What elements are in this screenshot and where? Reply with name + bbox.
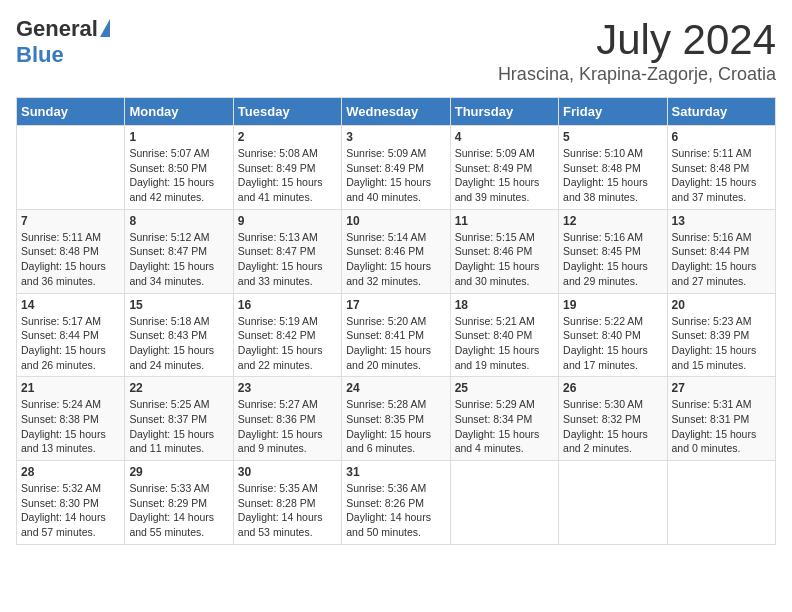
calendar-cell: 11Sunrise: 5:15 AM Sunset: 8:46 PM Dayli… xyxy=(450,209,558,293)
logo: General Blue xyxy=(16,16,110,68)
calendar-cell: 9Sunrise: 5:13 AM Sunset: 8:47 PM Daylig… xyxy=(233,209,341,293)
logo-blue-text: Blue xyxy=(16,42,64,68)
day-number: 30 xyxy=(238,465,337,479)
day-number: 29 xyxy=(129,465,228,479)
logo-triangle-icon xyxy=(100,19,110,37)
day-number: 11 xyxy=(455,214,554,228)
logo-general-text: General xyxy=(16,16,98,42)
day-number: 28 xyxy=(21,465,120,479)
calendar-cell: 17Sunrise: 5:20 AM Sunset: 8:41 PM Dayli… xyxy=(342,293,450,377)
day-info: Sunrise: 5:35 AM Sunset: 8:28 PM Dayligh… xyxy=(238,481,337,540)
calendar-cell: 7Sunrise: 5:11 AM Sunset: 8:48 PM Daylig… xyxy=(17,209,125,293)
day-info: Sunrise: 5:36 AM Sunset: 8:26 PM Dayligh… xyxy=(346,481,445,540)
calendar-cell: 6Sunrise: 5:11 AM Sunset: 8:48 PM Daylig… xyxy=(667,126,775,210)
day-of-week-header: Thursday xyxy=(450,98,558,126)
calendar-week-row: 28Sunrise: 5:32 AM Sunset: 8:30 PM Dayli… xyxy=(17,461,776,545)
day-info: Sunrise: 5:07 AM Sunset: 8:50 PM Dayligh… xyxy=(129,146,228,205)
calendar-cell xyxy=(450,461,558,545)
calendar-cell: 5Sunrise: 5:10 AM Sunset: 8:48 PM Daylig… xyxy=(559,126,667,210)
day-info: Sunrise: 5:14 AM Sunset: 8:46 PM Dayligh… xyxy=(346,230,445,289)
day-number: 18 xyxy=(455,298,554,312)
calendar-cell: 23Sunrise: 5:27 AM Sunset: 8:36 PM Dayli… xyxy=(233,377,341,461)
day-number: 8 xyxy=(129,214,228,228)
calendar-cell: 27Sunrise: 5:31 AM Sunset: 8:31 PM Dayli… xyxy=(667,377,775,461)
day-number: 24 xyxy=(346,381,445,395)
day-number: 14 xyxy=(21,298,120,312)
calendar-cell xyxy=(667,461,775,545)
day-info: Sunrise: 5:16 AM Sunset: 8:44 PM Dayligh… xyxy=(672,230,771,289)
title-block: July 2024 Hrascina, Krapina-Zagorje, Cro… xyxy=(498,16,776,85)
day-info: Sunrise: 5:15 AM Sunset: 8:46 PM Dayligh… xyxy=(455,230,554,289)
calendar-cell: 30Sunrise: 5:35 AM Sunset: 8:28 PM Dayli… xyxy=(233,461,341,545)
calendar-week-row: 7Sunrise: 5:11 AM Sunset: 8:48 PM Daylig… xyxy=(17,209,776,293)
day-number: 12 xyxy=(563,214,662,228)
calendar-cell: 12Sunrise: 5:16 AM Sunset: 8:45 PM Dayli… xyxy=(559,209,667,293)
day-info: Sunrise: 5:22 AM Sunset: 8:40 PM Dayligh… xyxy=(563,314,662,373)
day-number: 26 xyxy=(563,381,662,395)
day-number: 4 xyxy=(455,130,554,144)
day-info: Sunrise: 5:33 AM Sunset: 8:29 PM Dayligh… xyxy=(129,481,228,540)
day-info: Sunrise: 5:11 AM Sunset: 8:48 PM Dayligh… xyxy=(672,146,771,205)
day-info: Sunrise: 5:24 AM Sunset: 8:38 PM Dayligh… xyxy=(21,397,120,456)
day-info: Sunrise: 5:08 AM Sunset: 8:49 PM Dayligh… xyxy=(238,146,337,205)
day-info: Sunrise: 5:19 AM Sunset: 8:42 PM Dayligh… xyxy=(238,314,337,373)
day-info: Sunrise: 5:28 AM Sunset: 8:35 PM Dayligh… xyxy=(346,397,445,456)
day-info: Sunrise: 5:09 AM Sunset: 8:49 PM Dayligh… xyxy=(346,146,445,205)
day-number: 7 xyxy=(21,214,120,228)
day-number: 6 xyxy=(672,130,771,144)
day-info: Sunrise: 5:16 AM Sunset: 8:45 PM Dayligh… xyxy=(563,230,662,289)
calendar-cell: 10Sunrise: 5:14 AM Sunset: 8:46 PM Dayli… xyxy=(342,209,450,293)
day-info: Sunrise: 5:10 AM Sunset: 8:48 PM Dayligh… xyxy=(563,146,662,205)
day-info: Sunrise: 5:29 AM Sunset: 8:34 PM Dayligh… xyxy=(455,397,554,456)
calendar-cell: 25Sunrise: 5:29 AM Sunset: 8:34 PM Dayli… xyxy=(450,377,558,461)
day-info: Sunrise: 5:20 AM Sunset: 8:41 PM Dayligh… xyxy=(346,314,445,373)
day-number: 20 xyxy=(672,298,771,312)
page-header: General Blue July 2024 Hrascina, Krapina… xyxy=(16,16,776,85)
calendar-cell: 15Sunrise: 5:18 AM Sunset: 8:43 PM Dayli… xyxy=(125,293,233,377)
day-info: Sunrise: 5:18 AM Sunset: 8:43 PM Dayligh… xyxy=(129,314,228,373)
day-number: 16 xyxy=(238,298,337,312)
day-number: 21 xyxy=(21,381,120,395)
day-info: Sunrise: 5:12 AM Sunset: 8:47 PM Dayligh… xyxy=(129,230,228,289)
day-number: 15 xyxy=(129,298,228,312)
day-number: 31 xyxy=(346,465,445,479)
calendar-cell xyxy=(559,461,667,545)
day-info: Sunrise: 5:11 AM Sunset: 8:48 PM Dayligh… xyxy=(21,230,120,289)
calendar-cell: 26Sunrise: 5:30 AM Sunset: 8:32 PM Dayli… xyxy=(559,377,667,461)
day-info: Sunrise: 5:21 AM Sunset: 8:40 PM Dayligh… xyxy=(455,314,554,373)
day-info: Sunrise: 5:13 AM Sunset: 8:47 PM Dayligh… xyxy=(238,230,337,289)
calendar-week-row: 14Sunrise: 5:17 AM Sunset: 8:44 PM Dayli… xyxy=(17,293,776,377)
calendar-cell xyxy=(17,126,125,210)
day-of-week-header: Sunday xyxy=(17,98,125,126)
day-info: Sunrise: 5:23 AM Sunset: 8:39 PM Dayligh… xyxy=(672,314,771,373)
day-info: Sunrise: 5:31 AM Sunset: 8:31 PM Dayligh… xyxy=(672,397,771,456)
day-number: 1 xyxy=(129,130,228,144)
day-of-week-header: Wednesday xyxy=(342,98,450,126)
calendar-header-row: SundayMondayTuesdayWednesdayThursdayFrid… xyxy=(17,98,776,126)
day-info: Sunrise: 5:32 AM Sunset: 8:30 PM Dayligh… xyxy=(21,481,120,540)
calendar-cell: 3Sunrise: 5:09 AM Sunset: 8:49 PM Daylig… xyxy=(342,126,450,210)
day-number: 17 xyxy=(346,298,445,312)
calendar-cell: 14Sunrise: 5:17 AM Sunset: 8:44 PM Dayli… xyxy=(17,293,125,377)
day-number: 19 xyxy=(563,298,662,312)
day-info: Sunrise: 5:27 AM Sunset: 8:36 PM Dayligh… xyxy=(238,397,337,456)
calendar-cell: 2Sunrise: 5:08 AM Sunset: 8:49 PM Daylig… xyxy=(233,126,341,210)
day-number: 2 xyxy=(238,130,337,144)
day-of-week-header: Tuesday xyxy=(233,98,341,126)
calendar-cell: 4Sunrise: 5:09 AM Sunset: 8:49 PM Daylig… xyxy=(450,126,558,210)
day-number: 9 xyxy=(238,214,337,228)
calendar-cell: 24Sunrise: 5:28 AM Sunset: 8:35 PM Dayli… xyxy=(342,377,450,461)
day-info: Sunrise: 5:09 AM Sunset: 8:49 PM Dayligh… xyxy=(455,146,554,205)
calendar-cell: 16Sunrise: 5:19 AM Sunset: 8:42 PM Dayli… xyxy=(233,293,341,377)
day-number: 3 xyxy=(346,130,445,144)
calendar-cell: 29Sunrise: 5:33 AM Sunset: 8:29 PM Dayli… xyxy=(125,461,233,545)
day-of-week-header: Friday xyxy=(559,98,667,126)
calendar-cell: 8Sunrise: 5:12 AM Sunset: 8:47 PM Daylig… xyxy=(125,209,233,293)
day-number: 10 xyxy=(346,214,445,228)
calendar-week-row: 21Sunrise: 5:24 AM Sunset: 8:38 PM Dayli… xyxy=(17,377,776,461)
day-of-week-header: Monday xyxy=(125,98,233,126)
calendar-cell: 18Sunrise: 5:21 AM Sunset: 8:40 PM Dayli… xyxy=(450,293,558,377)
location-text: Hrascina, Krapina-Zagorje, Croatia xyxy=(498,64,776,85)
calendar-week-row: 1Sunrise: 5:07 AM Sunset: 8:50 PM Daylig… xyxy=(17,126,776,210)
calendar-cell: 20Sunrise: 5:23 AM Sunset: 8:39 PM Dayli… xyxy=(667,293,775,377)
